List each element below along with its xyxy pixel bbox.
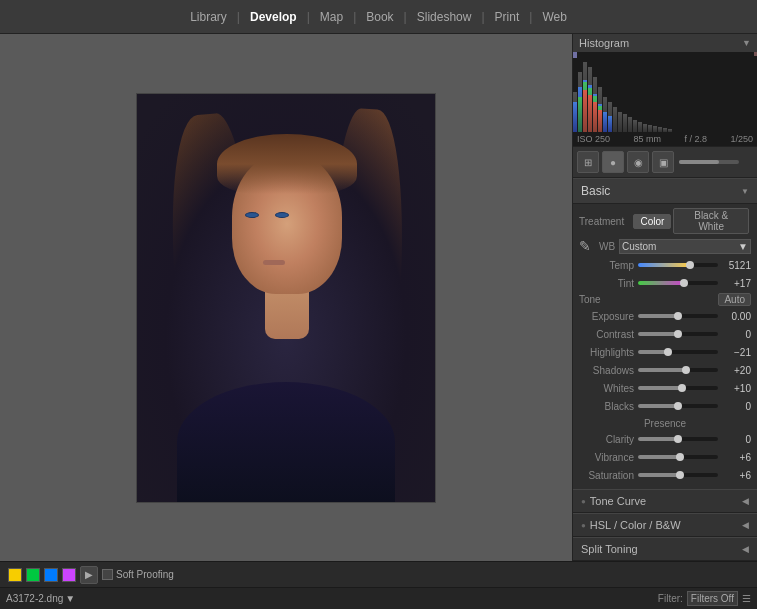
tint-label: Tint <box>579 278 634 289</box>
treatment-bw-btn[interactable]: Black & White <box>673 208 749 234</box>
tint-fill <box>638 281 684 285</box>
eyedropper-icon[interactable]: ✎ <box>579 238 595 254</box>
nav-slideshow[interactable]: Slideshow <box>407 0 482 33</box>
tool-circle[interactable]: ● <box>602 151 624 173</box>
tone-curve-section[interactable]: ● Tone Curve ◀ <box>573 489 757 513</box>
histogram-arrow[interactable]: ▼ <box>742 38 751 48</box>
contrast-thumb <box>674 330 682 338</box>
blacks-fill <box>638 404 678 408</box>
whites-slider-track[interactable] <box>638 386 718 390</box>
clarity-thumb <box>674 435 682 443</box>
hsl-arrow: ◀ <box>742 520 749 530</box>
svg-rect-8 <box>613 107 617 132</box>
contrast-row: Contrast 0 <box>579 326 751 342</box>
play-button[interactable]: ▶ <box>80 566 98 584</box>
tool-slider-container <box>677 160 753 164</box>
nav-print[interactable]: Print <box>485 0 530 33</box>
split-toning-section[interactable]: Split Toning ◀ <box>573 537 757 561</box>
bottom-toolbar: ▶ Soft Proofing <box>0 561 757 587</box>
portrait-shoulders <box>177 382 395 502</box>
vibrance-label: Vibrance <box>579 452 634 463</box>
tint-row: Tint +17 <box>579 275 751 291</box>
nav-web[interactable]: Web <box>532 0 576 33</box>
soft-proofing-checkbox[interactable] <box>102 569 113 580</box>
hsl-section[interactable]: ● HSL / Color / B&W ◀ <box>573 513 757 537</box>
wb-dropdown-arrow: ▼ <box>738 241 748 252</box>
highlights-label: Highlights <box>579 347 634 358</box>
vibrance-slider-track[interactable] <box>638 455 718 459</box>
clarity-slider-track[interactable] <box>638 437 718 441</box>
shadows-slider-track[interactable] <box>638 368 718 372</box>
svg-rect-11 <box>628 117 632 132</box>
nav-book[interactable]: Book <box>356 0 403 33</box>
svg-rect-26 <box>603 112 607 132</box>
nav-map[interactable]: Map <box>310 0 353 33</box>
clarity-fill <box>638 437 678 441</box>
filmstrip-bar: A3172-2.dng ▼ Filter: Filters Off ☰ <box>0 587 757 609</box>
shadows-value: +20 <box>721 365 751 376</box>
highlights-slider-track[interactable] <box>638 350 718 354</box>
nav-develop[interactable]: Develop <box>240 0 307 33</box>
histogram-section: Histogram ▼ <box>573 34 757 147</box>
filter-select[interactable]: Filters Off <box>687 591 738 606</box>
svg-rect-9 <box>618 112 622 132</box>
svg-rect-34 <box>588 95 592 132</box>
top-navigation: Library | Develop | Map | Book | Slidesh… <box>0 0 757 34</box>
right-panel: Histogram ▼ <box>572 34 757 561</box>
saturation-row: Saturation +6 <box>579 467 751 483</box>
blacks-row: Blacks 0 <box>579 398 751 414</box>
split-toning-label: Split Toning <box>581 543 638 555</box>
vibrance-thumb <box>676 453 684 461</box>
filter-label: Filter: <box>658 593 683 604</box>
tool-brush[interactable]: ▣ <box>652 151 674 173</box>
filter-icon[interactable]: ☰ <box>742 593 751 604</box>
file-name-dropdown[interactable]: ▼ <box>65 593 75 604</box>
svg-rect-14 <box>643 124 647 132</box>
main-area: Histogram ▼ <box>0 34 757 561</box>
swatch-blue[interactable] <box>44 568 58 582</box>
filter-area: Filter: Filters Off ☰ <box>658 591 751 606</box>
file-name-text: A3172-2.dng <box>6 593 63 604</box>
temp-row: Temp 5121 <box>579 257 751 273</box>
tool-slider-track[interactable] <box>679 160 739 164</box>
contrast-slider-track[interactable] <box>638 332 718 336</box>
exposure-slider-track[interactable] <box>638 314 718 318</box>
saturation-fill <box>638 473 680 477</box>
svg-rect-28 <box>578 97 582 132</box>
vibrance-value: +6 <box>721 452 751 463</box>
tool-grid[interactable]: ⊞ <box>577 151 599 173</box>
saturation-thumb <box>676 471 684 479</box>
photo-frame <box>136 93 436 503</box>
blacks-slider-track[interactable] <box>638 404 718 408</box>
histogram-label: Histogram <box>579 37 629 49</box>
highlights-thumb <box>664 348 672 356</box>
temp-slider-track[interactable] <box>638 263 718 267</box>
saturation-label: Saturation <box>579 470 634 481</box>
tone-curve-label: Tone Curve <box>590 495 646 507</box>
swatch-purple[interactable] <box>62 568 76 582</box>
vibrance-fill <box>638 455 680 459</box>
vibrance-row: Vibrance +6 <box>579 449 751 465</box>
svg-rect-15 <box>648 125 652 132</box>
swatch-yellow[interactable] <box>8 568 22 582</box>
tint-slider-track[interactable] <box>638 281 718 285</box>
tint-thumb <box>680 279 688 287</box>
treatment-color-btn[interactable]: Color <box>633 214 671 229</box>
wb-select[interactable]: Custom ▼ <box>619 239 751 254</box>
svg-rect-12 <box>633 120 637 132</box>
portrait-hair-top <box>217 134 357 194</box>
exposure-fill <box>638 314 678 318</box>
tool-radial[interactable]: ◉ <box>627 151 649 173</box>
svg-rect-27 <box>608 116 612 132</box>
whites-thumb <box>678 384 686 392</box>
auto-button[interactable]: Auto <box>718 293 751 306</box>
basic-panel-header[interactable]: Basic ▼ <box>573 178 757 204</box>
tint-value: +17 <box>721 278 751 289</box>
hist-shutter: 1/250 <box>730 134 753 144</box>
saturation-slider-track[interactable] <box>638 473 718 477</box>
nav-library[interactable]: Library <box>180 0 237 33</box>
swatch-green[interactable] <box>26 568 40 582</box>
svg-rect-37 <box>573 52 577 58</box>
tone-curve-dot: ● <box>581 497 586 506</box>
temp-label: Temp <box>579 260 634 271</box>
